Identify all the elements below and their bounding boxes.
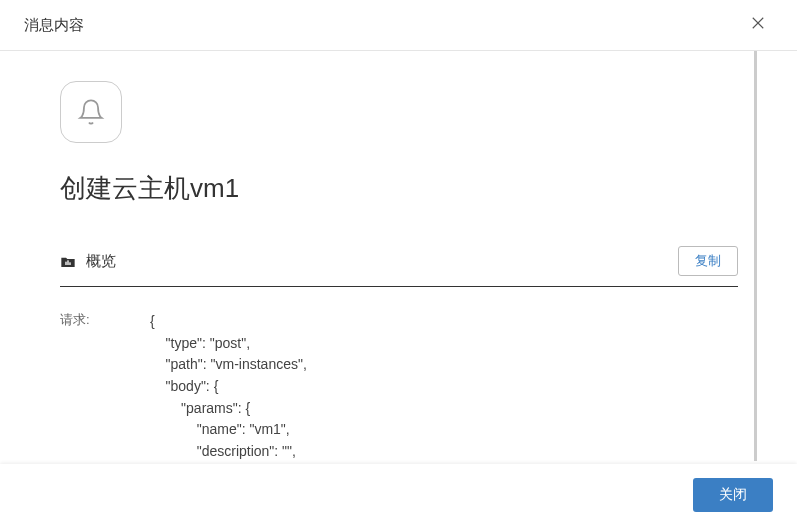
request-json: { "type": "post", "path": "vm-instances"… [150, 311, 307, 461]
page-title: 创建云主机vm1 [60, 171, 738, 206]
close-icon[interactable] [743, 12, 773, 38]
copy-button[interactable]: 复制 [678, 246, 738, 276]
scroll-content: 创建云主机vm1 概览 复制 请求: { "type": "post", "pa… [60, 51, 757, 461]
bell-icon [77, 98, 105, 126]
section-left: 概览 [60, 252, 116, 271]
svg-rect-2 [65, 261, 66, 264]
modal-header: 消息内容 [0, 0, 797, 51]
overview-section-header: 概览 复制 [60, 246, 738, 287]
request-label: 请求: [60, 311, 150, 329]
svg-rect-3 [67, 260, 68, 265]
request-row: 请求: { "type": "post", "path": "vm-instan… [60, 311, 738, 461]
folder-icon [60, 254, 76, 268]
modal-footer: 关闭 [0, 464, 797, 526]
overview-label: 概览 [86, 252, 116, 271]
svg-rect-4 [69, 262, 70, 265]
modal-title: 消息内容 [24, 16, 84, 35]
notification-icon-wrapper [60, 81, 122, 143]
close-button[interactable]: 关闭 [693, 478, 773, 512]
modal-body: 创建云主机vm1 概览 复制 请求: { "type": "post", "pa… [0, 51, 797, 461]
